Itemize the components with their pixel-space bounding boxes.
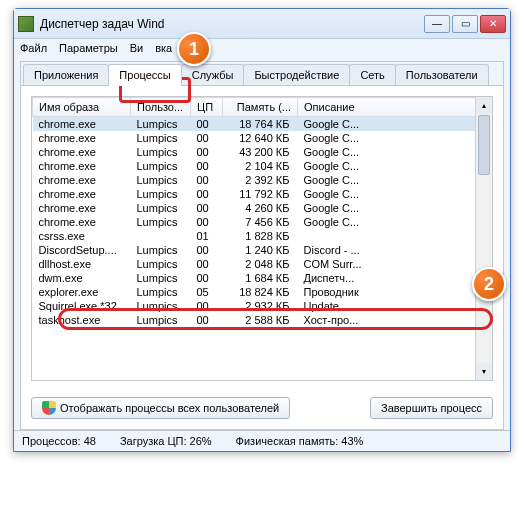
table-row[interactable]: chrome.exeLumpics0012 640 КБGoogle C... <box>33 131 492 145</box>
table-row[interactable]: chrome.exeLumpics004 260 КБGoogle C... <box>33 201 492 215</box>
cell-cpu: 05 <box>191 285 223 299</box>
cell-desc: Google C... <box>298 201 492 215</box>
cell-cpu: 00 <box>191 187 223 201</box>
table-row[interactable]: chrome.exeLumpics0043 200 КБGoogle C... <box>33 145 492 159</box>
tab-net[interactable]: Сеть <box>349 64 395 85</box>
table-row[interactable]: dllhost.exeLumpics002 048 КБCOM Surr... <box>33 257 492 271</box>
cell-desc: Google C... <box>298 131 492 145</box>
maximize-button[interactable]: ▭ <box>452 15 478 33</box>
col-memory[interactable]: Память (... <box>223 98 298 117</box>
cell-image: Squirrel.exe *32 <box>33 299 131 313</box>
scroll-thumb[interactable] <box>478 115 490 175</box>
menu-file[interactable]: Файл <box>20 42 47 54</box>
scrollbar[interactable]: ▴ ▾ <box>475 97 492 380</box>
tab-processes[interactable]: Процессы <box>108 64 181 86</box>
cell-cpu: 00 <box>191 117 223 132</box>
cell-image: chrome.exe <box>33 159 131 173</box>
col-user[interactable]: Пользо... <box>131 98 191 117</box>
cell-user <box>131 229 191 243</box>
app-icon <box>18 16 34 32</box>
cell-user: Lumpics <box>131 271 191 285</box>
table-row[interactable]: chrome.exeLumpics002 104 КБGoogle C... <box>33 159 492 173</box>
cell-user: Lumpics <box>131 145 191 159</box>
table-row[interactable]: dwm.exeLumpics001 684 КБДиспетч... <box>33 271 492 285</box>
cell-user: Lumpics <box>131 131 191 145</box>
table-row[interactable]: csrss.exe011 828 КБ <box>33 229 492 243</box>
cell-mem: 2 104 КБ <box>223 159 298 173</box>
scroll-up-button[interactable]: ▴ <box>476 97 492 114</box>
titlebar[interactable]: Диспетчер задач Wind — ▭ ✕ <box>14 9 510 39</box>
menu-view[interactable]: Ви <box>130 42 143 54</box>
menu-params[interactable]: Параметры <box>59 42 118 54</box>
statusbar: Процессов: 48 Загрузка ЦП: 26% Физическа… <box>14 430 510 451</box>
cell-cpu: 00 <box>191 243 223 257</box>
table-row[interactable]: chrome.exeLumpics0011 792 КБGoogle C... <box>33 187 492 201</box>
table-row[interactable]: chrome.exeLumpics0018 764 КБGoogle C... <box>33 117 492 132</box>
cell-mem: 1 240 КБ <box>223 243 298 257</box>
cell-mem: 18 824 КБ <box>223 285 298 299</box>
cell-image: chrome.exe <box>33 131 131 145</box>
cell-image: dllhost.exe <box>33 257 131 271</box>
tab-perf[interactable]: Быстродействие <box>243 64 350 85</box>
cell-desc: Хост-про... <box>298 313 492 327</box>
cell-mem: 11 792 КБ <box>223 187 298 201</box>
col-desc[interactable]: Описание <box>298 98 492 117</box>
cell-user: Lumpics <box>131 173 191 187</box>
cell-user: Lumpics <box>131 299 191 313</box>
cell-desc: Google C... <box>298 215 492 229</box>
cell-cpu: 01 <box>191 229 223 243</box>
minimize-button[interactable]: — <box>424 15 450 33</box>
menu-help[interactable]: вка <box>155 42 172 54</box>
shield-icon <box>42 401 56 415</box>
col-image[interactable]: Имя образа <box>33 98 131 117</box>
cell-desc: Google C... <box>298 117 492 132</box>
cell-desc: Update <box>298 299 492 313</box>
scroll-down-button[interactable]: ▾ <box>476 363 492 380</box>
cell-image: csrss.exe <box>33 229 131 243</box>
cell-mem: 18 764 КБ <box>223 117 298 132</box>
cell-mem: 7 456 КБ <box>223 215 298 229</box>
cell-mem: 2 048 КБ <box>223 257 298 271</box>
end-process-button[interactable]: Завершить процесс <box>370 397 493 419</box>
col-cpu[interactable]: ЦП <box>191 98 223 117</box>
tab-strip: Приложения Процессы Службы Быстродействи… <box>21 62 503 86</box>
table-row[interactable]: DiscordSetup....Lumpics001 240 КБDiscord… <box>33 243 492 257</box>
cell-mem: 43 200 КБ <box>223 145 298 159</box>
cell-user: Lumpics <box>131 159 191 173</box>
cell-mem: 2 932 КБ <box>223 299 298 313</box>
table-row[interactable]: chrome.exeLumpics007 456 КБGoogle C... <box>33 215 492 229</box>
cell-cpu: 00 <box>191 145 223 159</box>
cell-image: dwm.exe <box>33 271 131 285</box>
process-table-container: Имя образа Пользо... ЦП Память (... Опис… <box>31 96 493 381</box>
tab-services[interactable]: Службы <box>181 64 245 85</box>
table-row[interactable]: explorer.exeLumpics0518 824 КБПроводник <box>33 285 492 299</box>
cell-user: Lumpics <box>131 257 191 271</box>
cell-desc: Discord - ... <box>298 243 492 257</box>
cell-mem: 1 828 КБ <box>223 229 298 243</box>
cell-cpu: 00 <box>191 257 223 271</box>
cell-desc: Диспетч... <box>298 271 492 285</box>
table-row[interactable]: Squirrel.exe *32Lumpics002 932 КБUpdate <box>33 299 492 313</box>
cell-user: Lumpics <box>131 117 191 132</box>
cell-cpu: 00 <box>191 215 223 229</box>
cell-image: chrome.exe <box>33 201 131 215</box>
cell-mem: 12 640 КБ <box>223 131 298 145</box>
cell-image: chrome.exe <box>33 215 131 229</box>
cell-user: Lumpics <box>131 215 191 229</box>
tab-apps[interactable]: Приложения <box>23 64 109 85</box>
table-row[interactable]: taskhost.exeLumpics002 588 КБХост-про... <box>33 313 492 327</box>
cell-image: chrome.exe <box>33 173 131 187</box>
show-all-users-button[interactable]: Отображать процессы всех пользователей <box>31 397 290 419</box>
tab-users[interactable]: Пользователи <box>395 64 489 85</box>
table-row[interactable]: chrome.exeLumpics002 392 КБGoogle C... <box>33 173 492 187</box>
cell-desc: COM Surr... <box>298 257 492 271</box>
cell-image: explorer.exe <box>33 285 131 299</box>
cell-user: Lumpics <box>131 285 191 299</box>
cell-desc: Google C... <box>298 159 492 173</box>
process-table: Имя образа Пользо... ЦП Память (... Опис… <box>32 97 492 327</box>
close-button[interactable]: ✕ <box>480 15 506 33</box>
cell-mem: 2 392 КБ <box>223 173 298 187</box>
cell-user: Lumpics <box>131 313 191 327</box>
cell-image: chrome.exe <box>33 145 131 159</box>
cell-user: Lumpics <box>131 201 191 215</box>
